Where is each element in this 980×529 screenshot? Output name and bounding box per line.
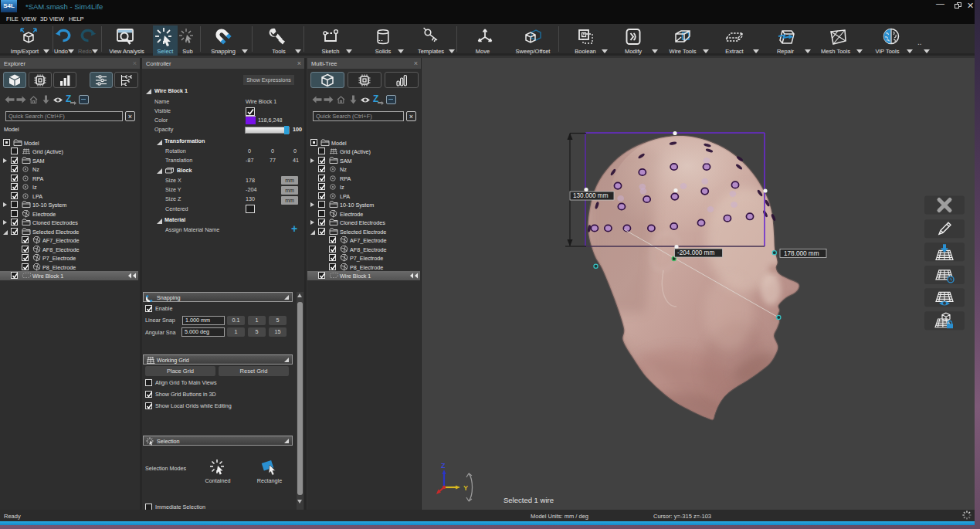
svg-text:130.000 mm: 130.000 mm [573,192,609,199]
svg-text:Z: Z [441,462,446,470]
svg-text:Selected 1 wire: Selected 1 wire [504,496,554,504]
svg-text:178.000 mm: 178.000 mm [784,250,819,257]
svg-text:-204.000 mm: -204.000 mm [677,249,714,256]
svg-text:Y: Y [463,484,468,492]
